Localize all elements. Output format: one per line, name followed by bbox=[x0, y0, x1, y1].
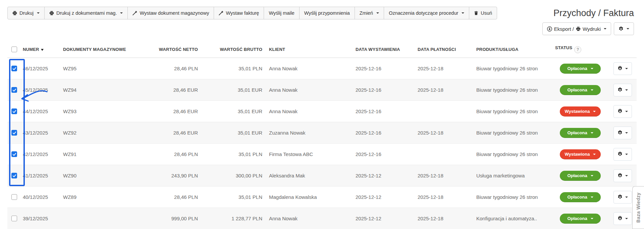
column-label: PRODUKT/USŁUGA bbox=[476, 47, 519, 52]
row-actions-button[interactable] bbox=[613, 105, 632, 118]
invoice-number[interactable]: 39/12/2025 bbox=[23, 216, 48, 221]
payment-date-cell: 2025-12-18 bbox=[414, 58, 473, 79]
payment-date: 2025-12-18 bbox=[418, 66, 443, 71]
invoice-number[interactable]: 41/12/2025 bbox=[23, 173, 48, 178]
caret-down-icon bbox=[593, 154, 596, 155]
invoice-number[interactable]: 42/12/2025 bbox=[23, 151, 48, 157]
row-checkbox[interactable] bbox=[11, 130, 17, 136]
product-cell: Usługa marketingowa bbox=[473, 165, 552, 186]
issue-date: 2025-12-12 bbox=[356, 216, 381, 221]
issue-invoice-button[interactable]: Wystaw fakturę bbox=[214, 7, 264, 19]
row-actions-button[interactable] bbox=[613, 169, 632, 182]
actions-cell bbox=[609, 122, 637, 144]
gross-value: 1 228,77 PLN bbox=[231, 216, 262, 221]
row-actions-button[interactable] bbox=[613, 148, 632, 161]
caret-down-icon bbox=[591, 218, 593, 219]
row-actions-button[interactable] bbox=[613, 212, 632, 225]
print-with-warehouse-docs-button[interactable]: Drukuj z dokumentami mag. bbox=[44, 7, 128, 19]
issue-date-cell: 2025-12-16 bbox=[352, 79, 414, 101]
caret-down-icon bbox=[625, 175, 628, 176]
row-actions-button[interactable] bbox=[613, 191, 632, 204]
delete-button[interactable]: Usuń bbox=[469, 7, 497, 19]
column-header-1[interactable]: NUMER bbox=[19, 43, 60, 58]
status-help-icon[interactable]: ? bbox=[574, 46, 581, 53]
row-select-cell bbox=[7, 79, 19, 101]
payment-date-cell: 2025-12-18 bbox=[414, 79, 473, 101]
client-name: Anna Nowak bbox=[269, 87, 298, 93]
row-checkbox[interactable] bbox=[11, 66, 17, 71]
invoice-number[interactable]: 45/12/2025 bbox=[23, 87, 48, 93]
invoice-number[interactable]: 40/12/2025 bbox=[23, 194, 48, 200]
warehouse-doc: WZ94 bbox=[63, 87, 76, 93]
row-actions-button[interactable] bbox=[613, 84, 632, 96]
row-checkbox[interactable] bbox=[11, 108, 17, 114]
issue-date-cell: 2025-12-12 bbox=[352, 208, 414, 229]
invoice-number[interactable]: 44/12/2025 bbox=[23, 108, 48, 114]
product-name: Usługa marketingowa bbox=[476, 173, 525, 178]
status-badge[interactable]: Opłacona bbox=[560, 128, 601, 138]
payment-date-cell bbox=[414, 144, 473, 165]
product-cell: Biuwar tygodniowy 26 stron bbox=[473, 58, 552, 79]
status-badge[interactable]: Opłacona bbox=[560, 192, 601, 202]
status-cell: Opłacona bbox=[552, 208, 609, 229]
row-checkbox[interactable] bbox=[11, 151, 17, 157]
issue-date: 2025-12-12 bbox=[356, 173, 381, 178]
net-value-cell: 243,90 PLN bbox=[144, 165, 201, 186]
warehouse-doc: WZ95 bbox=[63, 66, 76, 71]
status-badge[interactable]: Opłacona bbox=[560, 85, 601, 95]
payment-date-cell: 2025-12-18 bbox=[414, 186, 473, 208]
status-badge[interactable]: Opłacona bbox=[560, 171, 601, 181]
invoice-number[interactable]: 46/12/2025 bbox=[23, 66, 48, 71]
payment-date: 2025-12-18 bbox=[418, 130, 443, 136]
invoice-number-cell: 43/12/2025 bbox=[19, 122, 60, 144]
column-label: WARTOŚĆ BRUTTO bbox=[220, 47, 262, 52]
issue-warehouse-document-button[interactable]: Wystaw dokument magazynowy bbox=[127, 7, 214, 19]
status-cell: Wystawiona bbox=[552, 101, 609, 122]
invoice-number-cell: 39/12/2025 bbox=[19, 208, 60, 229]
status-label: Wystawiona bbox=[565, 109, 590, 114]
row-checkbox[interactable] bbox=[11, 194, 17, 200]
row-checkbox[interactable] bbox=[11, 216, 17, 221]
caret-down-icon bbox=[591, 197, 593, 198]
net-value: 243,90 PLN bbox=[171, 173, 198, 178]
select-all-checkbox[interactable] bbox=[11, 47, 17, 52]
select-all-cell bbox=[7, 43, 19, 58]
product-cell: Biuwar tygodniowy 26 stron bbox=[473, 79, 552, 101]
row-checkbox[interactable] bbox=[11, 87, 17, 93]
knowledge-base-tab[interactable]: Baza Wiedzy bbox=[632, 186, 644, 229]
invoice-number-cell: 41/12/2025 bbox=[19, 165, 60, 186]
print-button[interactable]: Drukuj bbox=[7, 7, 45, 19]
gear-icon bbox=[618, 66, 623, 71]
client-name: Anna Nowak bbox=[269, 216, 298, 221]
button-label: Oznaczenia dotyczące procedur bbox=[389, 10, 458, 16]
actions-cell bbox=[609, 79, 637, 101]
status-badge[interactable]: Opłacona bbox=[560, 214, 601, 224]
printer-icon bbox=[49, 11, 54, 15]
net-value: 28,46 PLN bbox=[174, 194, 198, 200]
net-value: 28,46 PLN bbox=[174, 66, 198, 71]
status-badge[interactable]: Wystawiona bbox=[560, 149, 601, 159]
send-reminders-button[interactable]: Wyślij przypomnienia bbox=[299, 7, 355, 19]
status-badge[interactable]: Opłacona bbox=[560, 64, 601, 74]
warehouse-doc-cell: WZ95 bbox=[60, 58, 144, 79]
send-emails-button[interactable]: Wyślij maile bbox=[264, 7, 299, 19]
payment-date: 2025-12-18 bbox=[418, 216, 443, 221]
row-checkbox[interactable] bbox=[11, 173, 17, 178]
gross-value-cell: 35,01 PLN bbox=[201, 144, 266, 165]
invoice-number[interactable]: 43/12/2025 bbox=[23, 130, 48, 136]
top-bar: DrukujDrukuj z dokumentami mag.Wystaw do… bbox=[0, 0, 644, 19]
client-cell: Zuzanna Nowak bbox=[266, 122, 352, 144]
change-button[interactable]: Zmień bbox=[355, 7, 384, 19]
status-badge[interactable]: Wystawiona bbox=[560, 106, 601, 117]
gear-icon bbox=[618, 173, 623, 178]
procedure-markings-button[interactable]: Oznaczenia dotyczące procedur bbox=[384, 7, 469, 19]
row-actions-button[interactable] bbox=[613, 127, 632, 139]
invoice-row: 39/12/2025999,00 PLN1 228,77 PLNAnna Now… bbox=[7, 208, 637, 229]
warehouse-doc: WZ91 bbox=[63, 151, 76, 157]
issue-date-cell: 2025-12-12 bbox=[352, 186, 414, 208]
export-prints-button[interactable]: Eksport / Wydruki bbox=[542, 22, 611, 35]
net-value: 28,46 EUR bbox=[173, 130, 198, 136]
settings-button[interactable] bbox=[614, 22, 634, 35]
toolbar: DrukujDrukuj z dokumentami mag.Wystaw do… bbox=[7, 7, 497, 19]
row-actions-button[interactable] bbox=[613, 62, 632, 75]
